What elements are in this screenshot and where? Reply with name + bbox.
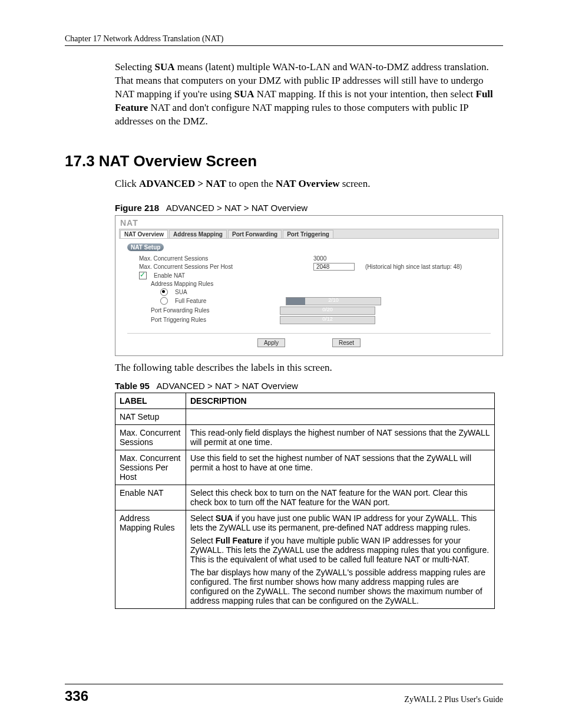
text-bold: SUA xyxy=(155,61,175,73)
table-header-description: DESCRIPTION xyxy=(186,393,495,409)
section-intro: Click ADVANCED > NAT to open the NAT Ove… xyxy=(115,178,503,190)
text-bold: ADVANCED > NAT xyxy=(139,178,226,189)
header-rule xyxy=(65,45,503,46)
text: screen. xyxy=(339,178,370,189)
tab-nat-overview[interactable]: NAT Overview xyxy=(120,230,168,238)
text: if you have just one public WAN IP addre… xyxy=(190,513,477,532)
page-number: 336 xyxy=(65,688,88,704)
table-row: Enable NAT Select this check box to turn… xyxy=(115,485,495,510)
cell-label: Address Mapping Rules xyxy=(115,510,186,608)
text-bold: SUA xyxy=(216,513,233,523)
intro-paragraph: Selecting SUA means (latent) multiple WA… xyxy=(115,61,503,129)
cell-desc: Select SUA if you have just one public W… xyxy=(186,510,495,608)
text: Click xyxy=(115,178,139,189)
max-sessions-host-input[interactable]: 2048 xyxy=(313,263,355,271)
text-bold: NAT Overview xyxy=(276,178,339,189)
port-triggering-bar: 0/12 xyxy=(280,316,375,324)
cell-label: NAT Setup xyxy=(115,409,186,424)
figure-caption-text: ADVANCED > NAT > NAT Overview xyxy=(166,203,308,213)
table-row: Address Mapping Rules Select SUA if you … xyxy=(115,510,495,608)
table-row: NAT Setup xyxy=(115,409,495,424)
port-forwarding-bar-text: 0/20 xyxy=(280,307,375,312)
address-mapping-rules-label: Address Mapping Rules xyxy=(151,281,213,287)
full-feature-radio[interactable] xyxy=(160,297,168,305)
full-feature-bar-text: 2/10 xyxy=(286,297,381,303)
table-row: Max. Concurrent Sessions This read-only … xyxy=(115,424,495,450)
cell-desc: This read-only field displays the highes… xyxy=(186,424,495,450)
text: NAT mapping. If this is not your intenti… xyxy=(254,88,476,100)
apply-button[interactable]: Apply xyxy=(257,338,285,347)
figure-caption: Figure 218 ADVANCED > NAT > NAT Overview xyxy=(115,203,503,213)
text: Select xyxy=(190,513,216,523)
tab-address-mapping[interactable]: Address Mapping xyxy=(169,230,227,238)
table-label: Table 95 xyxy=(115,381,150,391)
text-bold: Full Feature xyxy=(216,536,262,545)
window-title: NAT xyxy=(120,218,499,228)
reset-button[interactable]: Reset xyxy=(332,338,361,347)
cell-label: Enable NAT xyxy=(115,485,186,510)
cell-desc: Use this field to set the highest number… xyxy=(186,450,495,485)
tab-port-triggering[interactable]: Port Triggering xyxy=(283,230,333,238)
max-sessions-host-label: Max. Concurrent Sessions Per Host xyxy=(133,263,269,270)
text: NAT and don't configure NAT mapping rule… xyxy=(115,102,468,127)
panel-heading: NAT Setup xyxy=(127,243,164,251)
max-sessions-label: Max. Concurrent Sessions xyxy=(133,255,269,262)
cell-desc xyxy=(186,409,495,424)
tab-bar: NAT Overview Address Mapping Port Forwar… xyxy=(119,229,499,239)
guide-title: ZyWALL 2 Plus User's Guide xyxy=(404,695,503,704)
full-feature-bar: 2/10 xyxy=(286,297,381,305)
sua-radio[interactable] xyxy=(160,288,168,296)
text: The bar displays how many of the ZyWALL'… xyxy=(190,568,490,605)
description-table: LABEL DESCRIPTION NAT Setup Max. Concurr… xyxy=(115,393,495,609)
screenshot-box: NAT NAT Overview Address Mapping Port Fo… xyxy=(115,215,503,356)
port-forwarding-bar: 0/20 xyxy=(280,307,375,315)
tab-port-forwarding[interactable]: Port Forwarding xyxy=(228,230,282,238)
figure-label: Figure 218 xyxy=(115,203,159,213)
historical-high-note: (Historical high since last startup: 48) xyxy=(365,263,462,270)
text: Selecting xyxy=(115,61,155,73)
table-caption-text: ADVANCED > NAT > NAT Overview xyxy=(157,381,298,391)
section-heading: 17.3 NAT Overview Screen xyxy=(65,152,503,170)
port-triggering-rules-label: Port Triggering Rules xyxy=(151,317,275,323)
full-feature-label: Full Feature xyxy=(175,298,281,304)
table-caption: Table 95 ADVANCED > NAT > NAT Overview xyxy=(115,381,503,391)
enable-nat-label: Enable NAT xyxy=(154,272,185,279)
port-forwarding-rules-label: Port Forwarding Rules xyxy=(151,307,275,314)
table-header-label: LABEL xyxy=(115,393,186,409)
max-sessions-value: 3000 xyxy=(313,255,326,262)
text: to open the xyxy=(226,178,276,189)
sua-label: SUA xyxy=(175,289,187,295)
text: Select xyxy=(190,536,216,545)
cell-label: Max. Concurrent Sessions Per Host xyxy=(115,450,186,485)
text-bold: SUA xyxy=(234,88,254,100)
cell-label: Max. Concurrent Sessions xyxy=(115,424,186,450)
cell-desc: Select this check box to turn on the NAT… xyxy=(186,485,495,510)
table-row: Max. Concurrent Sessions Per Host Use th… xyxy=(115,450,495,485)
port-triggering-bar-text: 0/12 xyxy=(280,316,375,322)
footer-rule xyxy=(65,684,503,684)
enable-nat-checkbox[interactable] xyxy=(139,272,147,279)
table-intro: The following table describes the labels… xyxy=(115,362,503,374)
running-header: Chapter 17 Network Address Translation (… xyxy=(65,34,503,44)
